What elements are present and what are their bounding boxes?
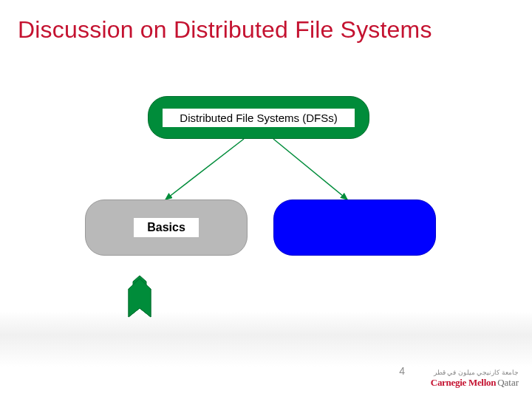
slide-title: Discussion on Distributed File Systems bbox=[18, 16, 432, 44]
logo-line2: Qatar bbox=[497, 377, 519, 389]
logo-arabic-text: جامعة كارنيجي ميلون في قطر bbox=[434, 369, 519, 376]
logo-line1: Carnegie Mellon bbox=[431, 377, 496, 389]
connector-arrows bbox=[0, 0, 532, 399]
page-number: 4 bbox=[399, 365, 405, 377]
logo-english: Carnegie Mellon Qatar bbox=[431, 377, 519, 389]
diagram-root-node: Distributed File Systems (DFSs) bbox=[148, 96, 369, 139]
diagram-right-node bbox=[273, 200, 436, 256]
diagram-left-node: Basics bbox=[85, 200, 248, 256]
diagram-root-label: Distributed File Systems (DFSs) bbox=[163, 109, 355, 127]
bookmark-icon bbox=[127, 276, 152, 318]
logo: جامعة كارنيجي ميلون في قطر Carnegie Mell… bbox=[408, 359, 519, 389]
arrow-to-right bbox=[273, 139, 347, 200]
diagram-left-label: Basics bbox=[134, 218, 199, 237]
arrow-to-left bbox=[166, 139, 244, 200]
slide: Discussion on Distributed File Systems D… bbox=[0, 0, 532, 399]
